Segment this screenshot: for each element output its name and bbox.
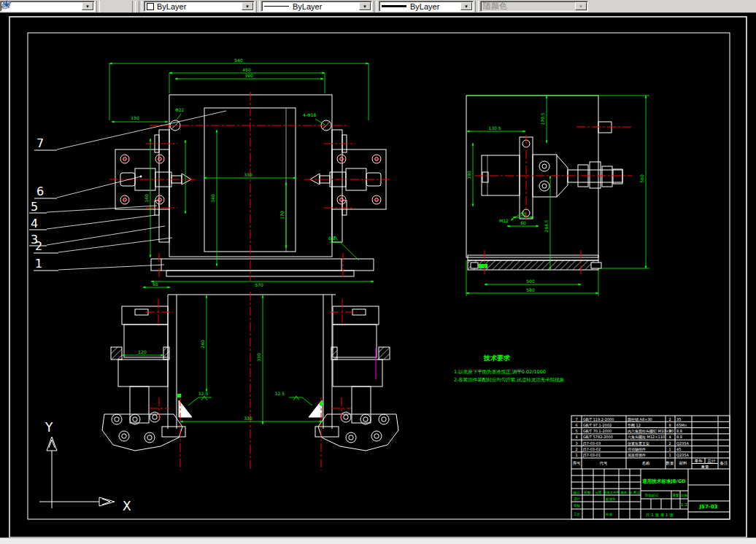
dim-text: 4-Φ18 — [303, 112, 317, 117]
bom-row: 1J57-03-01底座焊接件1Q235A — [575, 453, 689, 457]
svg-text:6: 6 — [575, 423, 577, 427]
drawing-canvas[interactable]: 540 450 390 4-Φ18 Φ22 150 140 340 330 17… — [0, 0, 756, 544]
label-process: 工艺 — [574, 512, 581, 516]
svg-text:张紧装置支架: 张紧装置支架 — [628, 441, 649, 446]
bom-header-weight-single: 单件 — [695, 459, 703, 463]
label-zone: 分区 — [595, 490, 603, 494]
svg-text:J57-03-03: J57-03-03 — [582, 441, 601, 446]
callout-7: 7 — [36, 136, 44, 150]
svg-text:1: 1 — [668, 453, 671, 457]
svg-text:2: 2 — [575, 447, 577, 451]
svg-text:J57-03-01: J57-03-01 — [582, 453, 601, 457]
tech-notes-line: 2.各紧固件装配时应均匀拧紧,试运转灵活无卡阻现象 — [454, 377, 565, 383]
svg-text:Q235A: Q235A — [676, 453, 689, 457]
svg-text:2: 2 — [668, 417, 671, 421]
label-check: 审核 — [574, 504, 581, 508]
tech-notes-line: 1.以底座下平面为基准找正,调平0.02/1000 — [454, 369, 546, 375]
dim-text: Φ22 — [175, 107, 185, 112]
ucs-y-label: Y — [45, 420, 53, 435]
label-stage-mark: 阶段标记 — [645, 493, 659, 498]
dim-text: 330 — [244, 416, 252, 421]
front-dimensions — [109, 63, 374, 287]
svg-text:8.8: 8.8 — [676, 435, 682, 439]
label-scale: 比例 — [681, 494, 688, 498]
bom-rows: 7GB/T 119.2-2000圆柱销 A8×30235 6GB/T 97.1-… — [575, 417, 689, 458]
svg-text:Q235A: Q235A — [676, 441, 689, 446]
dim-text: 65 — [153, 281, 158, 287]
label-weight: 重量 — [673, 493, 680, 497]
front-view: 540 450 390 4-Φ18 Φ22 150 140 340 330 17… — [109, 58, 392, 287]
ucs-icon: Y X — [39, 420, 131, 513]
tech-notes-title: 技术要求 — [483, 354, 511, 362]
dim-text: 560 — [639, 174, 644, 183]
side-centerlines — [474, 127, 632, 276]
bom-header-no: 序号 — [573, 461, 582, 466]
dim-text: 190 — [466, 171, 471, 179]
dim-text: 12.5 — [198, 391, 209, 396]
bom-header-material: 材料 — [679, 461, 688, 466]
callout-5: 5 — [31, 200, 38, 214]
svg-text:2: 2 — [668, 441, 671, 446]
svg-text:5: 5 — [575, 429, 577, 433]
bom-row: 4GB/T 5782-2000六角头螺栓 M12×11048.8 — [575, 435, 682, 440]
dim-text: 580 — [526, 287, 535, 292]
svg-text:GB/T 5782-2000: GB/T 5782-2000 — [583, 435, 613, 439]
svg-text:底座焊接件: 底座焊接件 — [628, 453, 646, 457]
scale-value: 1:2 — [681, 502, 687, 507]
dim-text: 540 — [234, 58, 243, 63]
bom-header-weight-total: 总计 — [707, 459, 717, 463]
svg-text:GB/T 97.1-2002: GB/T 97.1-2002 — [583, 423, 612, 427]
drive-assembly — [482, 137, 622, 219]
dim-text: 450 — [242, 67, 251, 72]
dim-text: 330 — [256, 353, 261, 362]
dim-text: 6.3 — [328, 236, 336, 241]
label-sign: 签名 — [621, 491, 628, 494]
label-design: 设计 — [574, 497, 581, 501]
bom-header-weight: 重量 — [701, 465, 710, 469]
label-mark: 标记 — [573, 490, 581, 495]
bom-row: 3J57-03-03张紧装置支架2Q235A — [575, 441, 689, 446]
svg-text:内六角圆柱头螺钉 M10×30: 内六角圆柱头螺钉 M10×30 — [628, 429, 674, 434]
svg-text:3: 3 — [575, 441, 577, 446]
right-leg-assembly — [318, 306, 398, 451]
svg-text:65Mn: 65Mn — [676, 423, 687, 427]
svg-text:六角头螺栓 M12×110: 六角头螺栓 M12×110 — [628, 435, 665, 440]
callout-6: 6 — [36, 184, 44, 198]
label-change-no: 更改文件号 — [603, 490, 620, 494]
svg-text:45: 45 — [676, 447, 681, 451]
paper-border — [9, 17, 747, 537]
dim-text: 500 — [526, 279, 535, 284]
cad-application-window: { "toolbar": { "layer_combo_tooltip": "图… — [0, 0, 756, 544]
svg-text:1: 1 — [575, 453, 577, 457]
svg-text:8.8: 8.8 — [676, 429, 682, 433]
svg-text:J57-03-02: J57-03-02 — [582, 447, 601, 451]
svg-text:GB/T 70.1-2000: GB/T 70.1-2000 — [583, 429, 612, 433]
svg-text:传动轴组件: 传动轴组件 — [628, 447, 646, 452]
callout-1: 1 — [35, 257, 42, 271]
dim-text: 170.5 — [540, 112, 545, 125]
dim-text: 150 — [131, 115, 139, 120]
callout-2: 2 — [35, 239, 42, 253]
drawing-number: J57-03 — [699, 504, 718, 510]
svg-text:4: 4 — [575, 435, 577, 439]
dim-text: M12 — [499, 218, 509, 223]
svg-text:GB/T 119.2-2000: GB/T 119.2-2000 — [583, 417, 614, 421]
dim-text: 12.5 — [275, 391, 285, 396]
front-centerlines — [109, 92, 392, 281]
dim-text: 130.5 — [488, 125, 501, 131]
svg-text:垫圈 12: 垫圈 12 — [628, 423, 641, 427]
callout-4: 4 — [31, 217, 38, 230]
svg-text:4: 4 — [668, 435, 671, 439]
dim-text: 170 — [279, 211, 285, 219]
dim-text: 244.5 — [544, 219, 549, 232]
dim-text: 330 — [244, 172, 252, 177]
title-block: 序号 代号 名称 数量 材料 单件 总计 重量 备注 7GB/T 119.2-2… — [571, 416, 730, 519]
bom-row: 6GB/T 97.1-2002垫圈 12865Mn — [575, 423, 686, 427]
bom-header-qty: 数量 — [666, 461, 675, 465]
sheet-info: 共 1 张 第 1 张 — [645, 513, 674, 518]
dim-text: 390 — [244, 73, 253, 78]
standard-title: 通用技术标准JB/GD — [641, 478, 686, 484]
bom-row: 5GB/T 70.1-2000内六角圆柱头螺钉 M10×3088.8 — [575, 429, 682, 434]
svg-text:35: 35 — [676, 417, 681, 421]
dim-text: 340 — [210, 194, 215, 203]
